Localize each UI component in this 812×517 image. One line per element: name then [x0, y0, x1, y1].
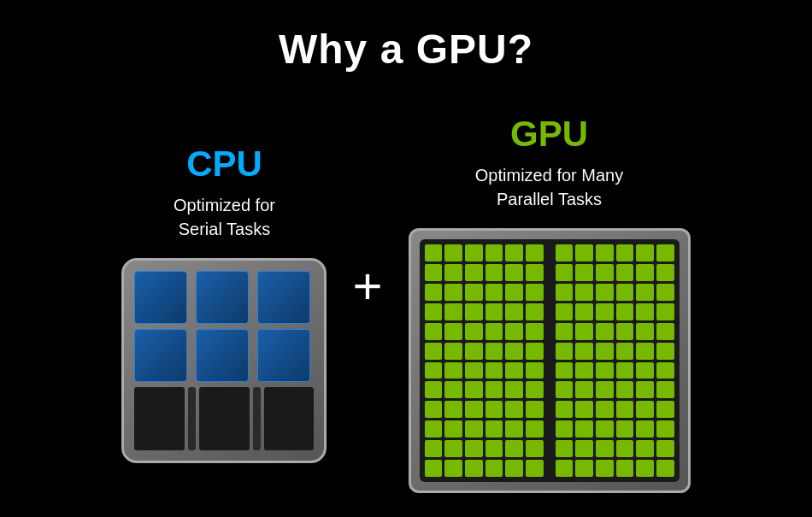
cache-col-1	[134, 387, 185, 450]
gpu-col-11	[636, 244, 654, 477]
gpu-col-12	[656, 244, 674, 477]
cpu-label: CPU	[186, 144, 262, 185]
gpu-col-5	[505, 244, 523, 477]
gpu-vertical-divider	[547, 244, 552, 477]
gpu-col-6	[526, 244, 544, 477]
gpu-col-2	[444, 244, 462, 477]
gpu-col-group-right	[556, 244, 674, 477]
cpu-description: Optimized for Serial Tasks	[174, 193, 275, 241]
cpu-core-4	[134, 329, 187, 382]
cpu-core-1	[134, 271, 187, 324]
cpu-section: CPU Optimized for Serial Tasks	[121, 144, 327, 463]
plus-sign: +	[352, 261, 382, 312]
gpu-col-4	[485, 244, 503, 477]
gpu-col-3	[465, 244, 483, 477]
gpu-col-9	[596, 244, 614, 477]
content-area: CPU Optimized for Serial Tasks	[0, 90, 812, 517]
cpu-cores	[134, 271, 314, 382]
gpu-label: GPU	[510, 114, 588, 155]
cpu-core-2	[196, 271, 249, 324]
cpu-core-5	[196, 329, 249, 382]
cache-col-3	[199, 387, 250, 450]
cache-col-2	[188, 387, 196, 450]
cpu-cache-area	[134, 387, 314, 450]
gpu-col-1	[425, 244, 443, 477]
page-title: Why a GPU?	[279, 26, 533, 73]
cpu-core-6	[257, 329, 310, 382]
gpu-chip-graphic	[409, 228, 691, 493]
cpu-core-3	[257, 271, 310, 324]
cache-col-4	[253, 387, 261, 450]
gpu-description: Optimized for Many Parallel Tasks	[475, 163, 623, 211]
gpu-col-group-left	[425, 244, 544, 477]
gpu-cores-grid	[420, 239, 680, 482]
gpu-col-8	[575, 244, 593, 477]
gpu-section: GPU Optimized for Many Parallel Tasks	[409, 114, 691, 493]
gpu-col-10	[616, 244, 634, 477]
cache-col-5	[264, 387, 315, 450]
cpu-chip-graphic	[121, 258, 327, 463]
gpu-col-7	[556, 244, 574, 477]
